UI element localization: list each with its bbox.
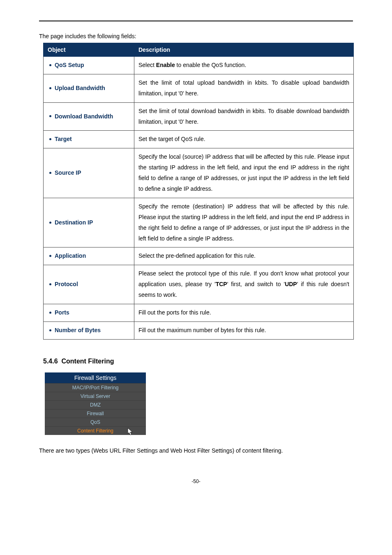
bullet-icon: [49, 255, 51, 257]
section-title: Content Filtering: [61, 358, 114, 365]
page-top-rule: [39, 21, 353, 21]
table-description-cell: Set the limit of total download bandwidt…: [134, 102, 354, 131]
nav-item-label: QoS: [90, 419, 100, 425]
nav-item-label: MAC/IP/Port Filtering: [72, 385, 119, 391]
table-object-label: Upload Bandwidth: [55, 85, 105, 91]
fields-table: Object Description QoS SetupSelect Enabl…: [43, 43, 354, 340]
table-description-cell: Please select the protocol type of this …: [134, 265, 354, 304]
table-description-cell: Fill out the maximum number of bytes for…: [134, 321, 354, 339]
table-object-cell: Ports: [44, 304, 134, 322]
table-row: Source IPSpecify the local (source) IP a…: [44, 148, 354, 198]
table-object-cell: Upload Bandwidth: [44, 74, 134, 102]
table-object-cell: Application: [44, 247, 134, 265]
table-object-label: Destination IP: [55, 219, 93, 226]
intro-text: The page includes the following fields:: [39, 33, 353, 39]
bullet-icon: [49, 283, 51, 285]
table-description-cell: Specify the remote (destination) IP addr…: [134, 198, 354, 247]
bullet-icon: [49, 329, 51, 331]
section-number: 5.4.6: [43, 358, 58, 365]
table-row: Upload BandwidthSet the limit of total u…: [44, 74, 354, 102]
table-object-label: Ports: [55, 309, 69, 316]
table-object-cell: QoS Setup: [44, 57, 134, 74]
table-object-cell: Destination IP: [44, 198, 134, 247]
nav-item-label: Firewall: [87, 411, 104, 416]
bullet-icon: [49, 87, 51, 89]
nav-item-label: DMZ: [90, 402, 101, 408]
nav-item-label: Virtual Server: [81, 393, 110, 399]
table-description-cell: Select the pre-defined application for t…: [134, 247, 354, 265]
table-row: Download BandwidthSet the limit of total…: [44, 102, 354, 131]
nav-item[interactable]: Firewall: [45, 409, 146, 418]
nav-item[interactable]: MAC/IP/Port Filtering: [45, 383, 146, 392]
nav-item[interactable]: Content Filtering: [45, 426, 146, 435]
table-object-label: Source IP: [55, 169, 81, 176]
table-row: Number of BytesFill out the maximum numb…: [44, 321, 354, 339]
table-description-cell: Set the limit of total upload bandwidth …: [134, 74, 354, 102]
table-object-label: Download Bandwidth: [55, 113, 113, 120]
table-header-description: Description: [134, 43, 354, 57]
table-object-label: Target: [55, 136, 72, 142]
table-description-cell: Select Enable to enable the QoS function…: [134, 57, 354, 74]
bullet-icon: [49, 64, 51, 66]
firewall-nav-panel: Firewall Settings MAC/IP/Port FilteringV…: [45, 372, 146, 435]
table-description-cell: Specify the local (source) IP address th…: [134, 148, 354, 198]
bullet-icon: [49, 138, 51, 140]
table-object-label: QoS Setup: [55, 62, 84, 68]
table-header-object: Object: [44, 43, 134, 57]
table-object-label: Number of Bytes: [55, 327, 101, 333]
bullet-icon: [49, 222, 51, 224]
bullet-icon: [49, 115, 51, 117]
nav-item-label: Content Filtering: [77, 428, 113, 434]
table-object-label: Protocol: [55, 281, 78, 287]
table-object-cell: Target: [44, 131, 134, 148]
table-description-cell: Fill out the ports for this rule.: [134, 304, 354, 322]
nav-item[interactable]: QoS: [45, 418, 146, 426]
table-object-cell: Number of Bytes: [44, 321, 134, 339]
table-row: PortsFill out the ports for this rule.: [44, 304, 354, 322]
nav-item[interactable]: DMZ: [45, 400, 146, 409]
table-object-cell: Download Bandwidth: [44, 102, 134, 131]
page-number: -50-: [39, 479, 353, 484]
body-paragraph: There are two types (Webs URL Filter Set…: [39, 447, 353, 454]
table-row: ProtocolPlease select the protocol type …: [44, 265, 354, 304]
table-object-label: Application: [55, 252, 86, 259]
table-row: Destination IPSpecify the remote (destin…: [44, 198, 354, 247]
table-row: QoS SetupSelect Enable to enable the QoS…: [44, 57, 354, 74]
table-object-cell: Protocol: [44, 265, 134, 304]
bullet-icon: [49, 172, 51, 174]
nav-item[interactable]: Virtual Server: [45, 392, 146, 400]
table-object-cell: Source IP: [44, 148, 134, 198]
table-description-cell: Set the target of QoS rule.: [134, 131, 354, 148]
bullet-icon: [49, 312, 51, 314]
table-row: ApplicationSelect the pre-defined applic…: [44, 247, 354, 265]
table-row: TargetSet the target of QoS rule.: [44, 131, 354, 148]
section-heading: 5.4.6 Content Filtering: [43, 358, 353, 365]
cursor-icon: [127, 428, 134, 436]
nav-header: Firewall Settings: [45, 372, 146, 383]
